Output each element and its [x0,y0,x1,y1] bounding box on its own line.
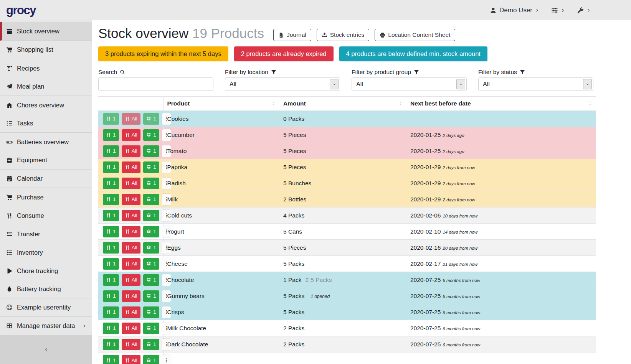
consume-all-button[interactable]: All [122,145,140,157]
open-one-button[interactable]: 1 [143,145,159,157]
consume-all-button[interactable]: All [122,323,140,334]
consume-all-button[interactable]: All [122,129,140,141]
expiring-banner[interactable]: 3 products expiring within the next 5 da… [98,46,228,61]
row-actions-cell: 1 All 1 [98,336,163,352]
consume-all-button[interactable]: All [122,194,140,205]
admin-menu[interactable] [577,7,591,14]
consume-all-label: All [132,212,137,218]
product-cell: Paprika [163,159,279,175]
open-one-button[interactable]: 1 [143,178,159,189]
consume-one-button[interactable]: 1 [103,355,119,364]
sidebar-item-equipment[interactable]: Equipment [0,151,92,170]
consume-one-button[interactable]: 1 [103,258,119,270]
open-one-button[interactable]: 1 [143,290,159,302]
consume-one-button[interactable]: 1 [103,274,119,286]
sidebar-item-label: Batteries overview [17,138,69,146]
home-icon [6,102,13,109]
consume-all-button[interactable]: All [122,242,140,254]
below-min-stock-banner[interactable]: 4 products are below defined min. stock … [339,46,487,61]
open-one-button[interactable]: 1 [143,339,159,350]
consume-one-button[interactable]: 1 [103,323,119,334]
open-one-button[interactable]: 1 [143,226,159,237]
open-one-button[interactable]: 1 [143,355,159,364]
consume-all-button[interactable]: All [122,306,140,318]
sidebar-item-transfer[interactable]: Transfer [0,225,92,243]
amount-column-header[interactable]: Amount [279,97,406,111]
sidebar-item-calendar[interactable]: Calendar [0,170,92,188]
open-one-button[interactable]: 1 [143,210,159,221]
sidebar-item-chore-tracking[interactable]: Chore tracking [0,262,92,280]
sidebar-item-manage-master-data[interactable]: Manage master data [0,317,92,335]
amount-value: 2 Bottles [283,196,306,203]
sidebar-item-battery-tracking[interactable]: Battery tracking [0,280,92,298]
user-menu[interactable]: Demo User [490,7,540,14]
table-row-cucumber: 1 All 1 Cucumber 5 Pieces 2020-01-252 da… [98,127,596,143]
consume-one-button[interactable]: 1 [103,306,119,318]
sidebar-item-inventory[interactable]: Inventory [0,243,92,262]
consume-all-button[interactable]: All [122,339,140,350]
consume-one-button[interactable]: 1 [103,242,119,254]
consume-all-button[interactable]: All [122,355,140,364]
consume-one-button[interactable]: 1 [103,145,119,157]
consume-one-button[interactable]: 1 [103,178,119,189]
consume-one-button[interactable]: 1 [103,194,119,205]
location-filter: Filter by location All [225,68,340,91]
row-menu-button[interactable] [162,355,171,364]
consume-one-button[interactable]: 1 [103,161,119,173]
consume-all-button[interactable]: All [122,290,140,302]
consume-one-button[interactable]: 1 [103,226,119,237]
sidebar-item-recipes[interactable]: Recipes [0,59,92,77]
open-one-button[interactable]: 1 [143,242,159,254]
best-before-column-header[interactable]: Next best before date [406,97,596,111]
sidebar-item-label: Calendar [17,175,43,182]
open-one-button[interactable]: 1 [143,323,159,334]
open-one-button[interactable]: 1 [143,113,159,125]
sidebar-item-meal-plan[interactable]: Meal plan [0,77,92,96]
status-select[interactable]: All [478,77,593,91]
sidebar-item-batteries-overview[interactable]: Batteries overview [0,133,92,151]
sidebar-item-shopping-list[interactable]: Shopping list [0,41,92,59]
table-row-chocolate: 1 All 1 Chocolate 1 PackΣ 5 Packs 2020-0… [98,272,596,288]
sidebar-item-chores-overview[interactable]: Chores overview [0,96,92,114]
open-one-button[interactable]: 1 [143,306,159,318]
consume-all-button[interactable]: All [122,210,140,221]
product-cell: Crisps [163,304,279,320]
sidebar-collapse-button[interactable] [0,335,92,364]
amount-value: 5 Pieces [283,164,306,170]
sidebar-item-label: Chores overview [17,102,64,109]
stock-entries-button[interactable]: Stock entries [317,29,370,41]
open-one-button[interactable]: 1 [143,161,159,173]
consume-all-button[interactable]: All [122,258,140,270]
consume-one-button[interactable]: 1 [103,113,119,125]
settings-menu[interactable] [551,7,565,14]
open-one-button[interactable]: 1 [143,194,159,205]
consume-all-button[interactable]: All [122,178,140,189]
search-input[interactable] [98,77,213,91]
search-label-text: Search [98,69,117,76]
consume-one-button[interactable]: 1 [103,339,119,350]
consume-all-button[interactable]: All [122,226,140,237]
sidebar-item-example-userentity[interactable]: Example userentity [0,298,92,317]
amount-cell: 2 Bottles [279,191,406,208]
journal-button[interactable]: Journal [273,29,311,41]
consume-one-button[interactable]: 1 [103,210,119,221]
open-one-button[interactable]: 1 [143,274,159,286]
consume-all-button[interactable]: All [122,113,140,125]
product-group-select[interactable]: All [352,77,467,91]
consume-all-button[interactable]: All [122,161,140,173]
row-actions-cell: 1 All 1 [98,304,163,320]
open-one-button[interactable]: 1 [143,258,159,270]
sidebar-item-tasks[interactable]: Tasks [0,114,92,133]
consume-all-button[interactable]: All [122,274,140,286]
amount-value: 5 Cans [283,228,302,235]
location-content-sheet-button[interactable]: Location Content Sheet [375,29,455,41]
consume-one-button[interactable]: 1 [103,129,119,141]
expired-banner[interactable]: 2 products are already expired [234,46,334,61]
sidebar-item-purchase[interactable]: Purchase [0,188,92,206]
sidebar-item-consume[interactable]: Consume [0,206,92,225]
location-select[interactable]: All [225,77,340,91]
product-column-header[interactable]: Product [163,97,279,111]
open-one-button[interactable]: 1 [143,129,159,141]
sidebar-item-stock-overview[interactable]: Stock overview [0,22,92,41]
consume-one-button[interactable]: 1 [103,290,119,302]
